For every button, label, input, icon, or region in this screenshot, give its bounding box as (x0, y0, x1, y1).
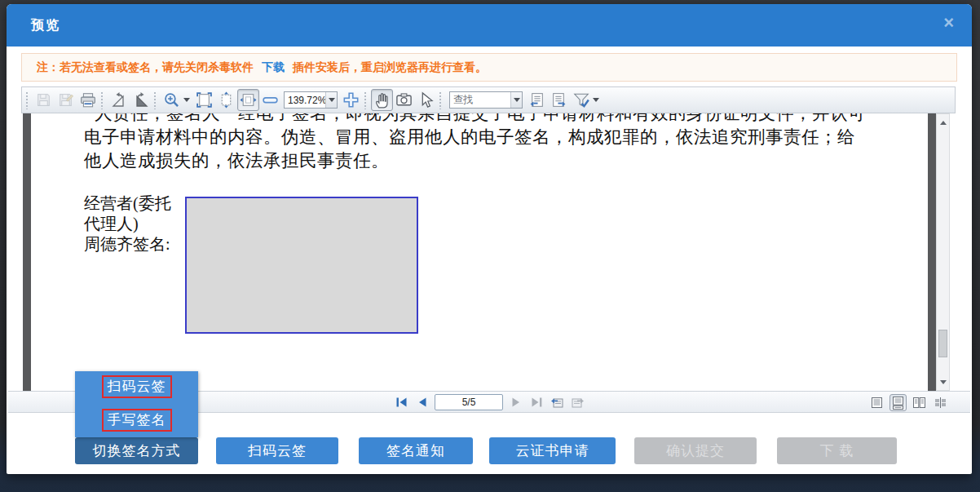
next-page-button (509, 395, 523, 410)
last-page-button (529, 395, 544, 410)
pdf-page: 人责任；签名人一经电子签名，即视为其亲自提交了电子申请材料和有效的身份证明文件，… (31, 113, 928, 391)
fit-visible-button[interactable] (237, 89, 259, 111)
switch-signature-method-button[interactable]: 切换签名方式 (75, 437, 198, 464)
previous-view-button[interactable] (550, 395, 564, 410)
viewer-viewport: 人责任；签名人一经电子签名，即视为其亲自提交了电子申请材料和有效的身份证明文件，… (23, 113, 936, 391)
rotate-left-button[interactable] (108, 89, 130, 111)
menu-item-scan-cloud-sign[interactable]: 扫码云签 (102, 375, 172, 398)
find-previous-icon (528, 91, 545, 109)
signature-field-label: 经营者(委托 代理人) 周德齐签名: (84, 193, 171, 255)
download-button: 下 载 (777, 437, 897, 464)
first-page-button[interactable] (394, 395, 408, 410)
scan-cloud-sign-button[interactable]: 扫码云签 (216, 437, 338, 464)
rotate-left-icon (110, 91, 128, 109)
zoom-level-value: 139.72% (285, 95, 325, 106)
notice-bar: 注：若无法查看或签名，请先关闭杀毒软件下载插件安装后，重启浏览器再进行查看。 (21, 53, 957, 82)
document-line: 他人造成损失的，依法承担民事责任。 (84, 149, 912, 173)
print-button[interactable] (77, 89, 99, 111)
menu-item-handwritten-sign[interactable]: 手写签名 (102, 409, 172, 432)
vertical-scrollbar[interactable] (936, 113, 950, 391)
screen-background: 预览 × 注：若无法查看或签名，请先关闭杀毒软件下载插件安装后，重启浏览器再进行… (0, 0, 980, 492)
search-input[interactable]: 查找 (449, 91, 523, 109)
scroll-up-arrow-icon[interactable] (937, 116, 949, 129)
page-number-input[interactable]: 5/5 (435, 394, 503, 410)
zoom-tool-dropdown-caret[interactable] (183, 98, 190, 102)
pdf-viewer: 人责任；签名人一经电子签名，即视为其亲自提交了电子申请材料和有效的身份证明文件，… (23, 113, 950, 391)
print-icon (80, 92, 96, 109)
signature-method-menu: 扫码云签 手写签名 (75, 371, 198, 437)
fit-page-icon (196, 91, 213, 109)
magnifier-plus-icon (163, 91, 180, 109)
find-next-icon (550, 91, 567, 109)
search-dropdown-caret[interactable] (510, 92, 522, 108)
save-as-button (55, 89, 77, 111)
camera-icon (395, 91, 413, 109)
minus-icon (262, 91, 279, 109)
scrollbar-thumb[interactable] (938, 330, 947, 357)
snapshot-tool-button[interactable] (393, 89, 415, 111)
cloud-certificate-apply-button[interactable]: 云证书申请 (489, 437, 616, 464)
download-plugin-link[interactable]: 下载 (262, 60, 285, 75)
preview-dialog: 预览 × 注：若无法查看或签名，请先关闭杀毒软件下载插件安装后，重启浏览器再进行… (7, 4, 972, 474)
next-view-button (570, 395, 585, 410)
pdf-toolbar: 139.72% 查找 (21, 86, 956, 113)
hand-icon (373, 91, 391, 109)
notice-text-after: 插件安装后，重启浏览器再进行查看。 (293, 60, 487, 75)
hand-tool-button[interactable] (371, 89, 393, 111)
save-as-icon (58, 92, 73, 108)
continuous-layout-button[interactable] (890, 394, 907, 411)
rotate-right-icon (132, 91, 150, 109)
toolbar-grip (364, 91, 368, 109)
fit-width-icon (218, 91, 235, 109)
signature-notice-button[interactable]: 签名通知 (359, 437, 473, 464)
page-layout-controls (868, 394, 949, 411)
signature-box[interactable] (185, 197, 418, 334)
confirm-submit-button: 确认提交 (634, 437, 757, 464)
zoom-out-button[interactable] (259, 89, 281, 111)
save-icon (36, 92, 51, 108)
close-icon[interactable]: × (943, 14, 954, 32)
toolbar-grip (439, 91, 443, 109)
fit-width-button[interactable] (215, 89, 237, 111)
find-previous-button[interactable] (526, 89, 548, 111)
plus-icon (342, 91, 360, 109)
dialog-title: 预览 (31, 17, 60, 34)
facing-continuous-layout-button[interactable] (932, 394, 949, 411)
funnel-check-icon (572, 91, 590, 109)
toolbar-grip (153, 91, 157, 109)
fit-visible-icon (240, 91, 257, 109)
rotate-right-button[interactable] (130, 89, 152, 111)
search-value: 查找 (450, 93, 510, 107)
document-line: 人责任；签名人一经电子签名，即视为其亲自提交了电子申请材料和有效的身份证明文件，… (84, 113, 912, 126)
cursor-icon (417, 91, 435, 109)
page-navigation: 5/5 (394, 392, 585, 412)
scroll-down-arrow-icon[interactable] (937, 375, 949, 388)
toolbar-grip (100, 91, 104, 109)
facing-pages-layout-button[interactable] (911, 394, 928, 411)
previous-page-button[interactable] (414, 395, 429, 410)
filter-dropdown-caret[interactable] (593, 98, 599, 102)
dialog-header: 预览 × (7, 4, 972, 47)
find-next-button[interactable] (548, 89, 570, 111)
filter-signatures-button[interactable] (570, 89, 592, 111)
toolbar-grip (25, 91, 29, 109)
single-page-layout-button[interactable] (868, 394, 885, 411)
notice-text-before: 注：若无法查看或签名，请先关闭杀毒软件 (37, 60, 254, 75)
fit-page-button[interactable] (193, 89, 215, 111)
zoom-level-caret[interactable] (325, 92, 337, 108)
save-button (33, 89, 55, 111)
document-text: 人责任；签名人一经电子签名，即视为其亲自提交了电子申请材料和有效的身份证明文件，… (84, 113, 912, 173)
select-tool-button[interactable] (415, 89, 437, 111)
zoom-level-combobox[interactable]: 139.72% (284, 91, 338, 109)
zoom-tool-button[interactable] (161, 89, 183, 111)
document-line: 电子申请材料中的内容。伪造、冒用、盗用他人的电子签名，构成犯罪的，依法追究刑事责… (84, 126, 912, 149)
zoom-in-button[interactable] (340, 89, 362, 111)
